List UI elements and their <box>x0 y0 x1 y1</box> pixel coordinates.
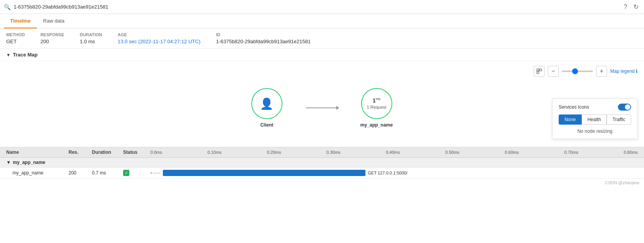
age-value: 13.0 sec (2022-11-17 04:27:12 UTC) <box>118 39 200 44</box>
zoom-slider[interactable] <box>562 70 593 72</box>
none-button[interactable]: None <box>559 114 582 125</box>
service-label: my_app_name <box>360 122 393 128</box>
zoom-out-button[interactable]: − <box>548 66 559 77</box>
search-icon: 🔍 <box>4 4 11 10</box>
tabs-bar: Timeline Raw data <box>0 14 644 28</box>
client-label: Client <box>260 122 273 128</box>
map-controls: − + Map legend ℹ <box>534 66 638 77</box>
time-4: 0.40ms <box>386 150 400 155</box>
id-label: ID <box>216 32 311 37</box>
tab-timeline[interactable]: Timeline <box>4 14 37 28</box>
svg-rect-1 <box>540 69 542 71</box>
trace-section: ▼ Trace Map − + Map legend ℹ <box>0 49 644 147</box>
service-circle: 1ms 1 Request <box>361 88 392 119</box>
response-label: Response <box>41 32 64 37</box>
color-mode-buttons: None Health Traffic <box>559 114 631 125</box>
bar-leader <box>150 172 161 174</box>
duration-label: Duration <box>80 32 102 37</box>
layout-button[interactable] <box>534 66 545 77</box>
bar-line <box>153 173 161 173</box>
group-chevron-icon: ▼ <box>6 160 11 165</box>
watermark: CSDN @zhaojiew <box>0 179 644 187</box>
no-resize-text: No node resizing <box>559 129 631 134</box>
services-icons-label: Services Icons <box>559 104 589 110</box>
svg-rect-0 <box>537 69 539 71</box>
time-1: 0.10ms <box>208 150 222 155</box>
method-label: Method <box>6 32 25 37</box>
row-res: 200 <box>69 170 92 176</box>
col-res: Res. <box>69 150 92 155</box>
response-value: 200 <box>41 39 64 44</box>
service-ms: 1ms <box>367 97 386 104</box>
refresh-button[interactable]: ↻ <box>632 2 640 11</box>
trace-map-area: − + Map legend ℹ 👤 Client <box>0 61 644 147</box>
time-3: 0.30ms <box>326 150 341 155</box>
time-2: 0.20ms <box>267 150 281 155</box>
time-5: 0.50ms <box>445 150 459 155</box>
arrow-line <box>306 107 337 108</box>
svg-rect-2 <box>537 72 539 74</box>
time-headers: 0.0ms 0.10ms 0.20ms 0.30ms 0.40ms 0.50ms… <box>150 150 638 155</box>
map-legend-link[interactable]: Map legend ℹ <box>610 69 638 74</box>
service-node[interactable]: 1ms 1 Request my_app_name <box>360 88 393 128</box>
meta-duration: Duration 1.0 ms <box>80 32 102 44</box>
time-8: 0.80ms <box>624 150 638 155</box>
color-mode-row: None Health Traffic <box>559 114 631 125</box>
meta-method: Method GET <box>6 32 25 44</box>
chevron-icon: ▼ <box>6 53 11 57</box>
col-name: Name <box>6 150 69 155</box>
help-button[interactable]: ? <box>622 3 629 11</box>
service-req: 1 Request <box>367 104 386 110</box>
metadata-row: Method GET Response 200 Duration 1.0 ms … <box>0 28 644 49</box>
timeline-group-row: ▼ my_app_name <box>0 158 644 167</box>
map-legend-label: Map legend <box>610 69 635 74</box>
services-icons-toggle[interactable] <box>618 104 631 111</box>
bar-dot <box>150 172 152 174</box>
trace-header[interactable]: ▼ Trace Map <box>0 49 644 61</box>
time-0: 0.0ms <box>150 150 162 155</box>
meta-id: ID 1-6375b820-29abfda99cb913ae91e21581 <box>216 32 311 44</box>
duration-value: 1.0 ms <box>80 39 102 44</box>
node-stats: 1ms 1 Request <box>367 97 386 111</box>
bar-label: GET 127.0.0.1:5000/ <box>368 171 408 175</box>
row-status: ✓ <box>123 170 150 176</box>
timeline-header: Name Res. Duration Status 0.0ms 0.10ms 0… <box>0 147 644 158</box>
age-label: Age <box>118 32 200 37</box>
services-icons-row: Services Icons <box>559 104 631 111</box>
meta-age: Age 13.0 sec (2022-11-17 04:27:12 UTC) <box>118 32 200 44</box>
toggle-slider <box>618 104 631 111</box>
legend-panel: Services Icons None Health Traffic No no… <box>552 99 638 139</box>
table-row: my_app_name 200 0.7 ms ✓ GET 127.0.0.1:5… <box>0 167 644 179</box>
client-node[interactable]: 👤 Client <box>251 88 282 128</box>
tab-rawdata[interactable]: Raw data <box>37 14 71 28</box>
time-7: 0.70ms <box>564 150 578 155</box>
zoom-in-button[interactable]: + <box>596 66 607 77</box>
col-duration: Duration <box>92 150 123 155</box>
arrow-shaft <box>306 107 337 108</box>
trace-title: Trace Map <box>13 52 38 58</box>
meta-response: Response 200 <box>41 32 64 44</box>
search-actions: ? ↻ <box>622 2 640 11</box>
diagram-container: 👤 Client 1ms 1 Request <box>251 88 393 128</box>
id-value: 1-6375b820-29abfda99cb913ae91e21581 <box>216 39 311 44</box>
search-input[interactable] <box>14 4 619 10</box>
info-icon: ℹ <box>636 69 638 74</box>
col-status: Status <box>123 150 150 155</box>
time-6: 0.60ms <box>505 150 519 155</box>
client-circle: 👤 <box>251 88 282 119</box>
search-bar: 🔍 ? ↻ <box>0 0 644 14</box>
method-value: GET <box>6 39 25 44</box>
row-duration: 0.7 ms <box>92 170 123 176</box>
status-check-icon: ✓ <box>123 170 129 176</box>
bar-area: GET 127.0.0.1:5000/ <box>150 170 638 176</box>
group-label: ▼ my_app_name <box>6 160 69 165</box>
client-icon: 👤 <box>260 97 273 110</box>
health-button[interactable]: Health <box>582 114 607 125</box>
group-name: my_app_name <box>13 160 45 165</box>
row-name: my_app_name <box>6 170 69 176</box>
timeline-section: Name Res. Duration Status 0.0ms 0.10ms 0… <box>0 147 644 179</box>
bar-fill <box>163 170 365 176</box>
traffic-button[interactable]: Traffic <box>607 114 631 125</box>
